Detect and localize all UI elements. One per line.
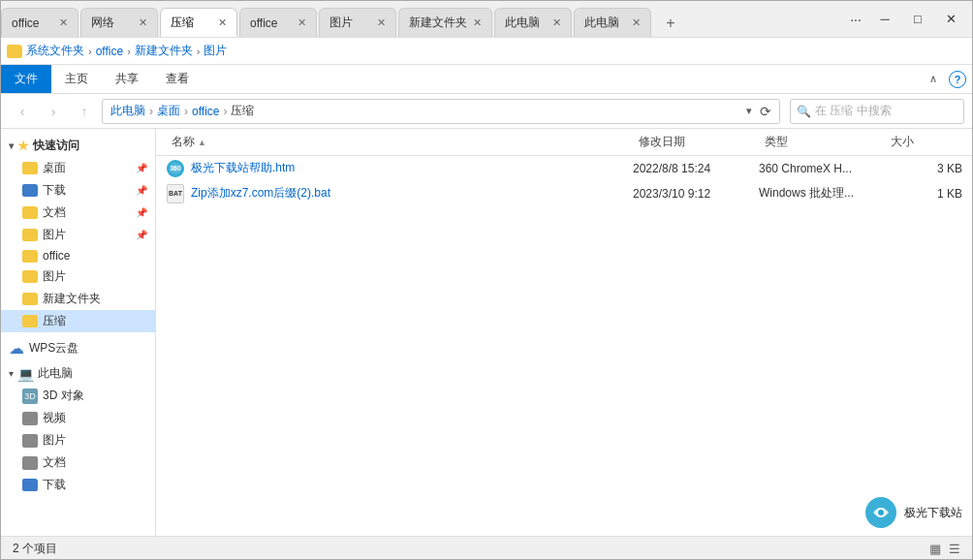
- refresh-button[interactable]: ⟳: [760, 104, 771, 119]
- tab-tab5[interactable]: 图片✕: [319, 8, 396, 37]
- sidebar-item-3d[interactable]: 3D 3D 对象: [1, 385, 155, 407]
- col-header-size[interactable]: 大小: [885, 129, 962, 155]
- tab-tab2[interactable]: 网络✕: [80, 8, 158, 37]
- folder-icon: [22, 479, 38, 491]
- more-button[interactable]: ···: [842, 8, 869, 31]
- up-button[interactable]: ↑: [71, 98, 98, 125]
- tab-label: 网络: [91, 15, 114, 31]
- sidebar-item-newfolder[interactable]: 新建文件夹: [1, 288, 155, 310]
- file-name: Zip添加xz7.com后缀(2).bat: [191, 185, 633, 202]
- sidebar-item-pictures2[interactable]: 图片: [1, 265, 155, 288]
- ribbon: 文件 主页 共享 查看 ∧ ?: [1, 65, 972, 94]
- tab-tab7[interactable]: 此电脑✕: [494, 8, 572, 37]
- tab-tab6[interactable]: 新建文件夹✕: [398, 8, 492, 37]
- tab-close-icon[interactable]: ✕: [473, 16, 482, 29]
- sidebar-label-desktop: 桌面: [43, 160, 66, 176]
- folder-icon: [22, 206, 38, 219]
- table-row[interactable]: BAT Zip添加xz7.com后缀(2).bat 2023/3/10 9:12…: [156, 181, 972, 206]
- close-button[interactable]: ✕: [935, 8, 966, 31]
- file-icon: 360: [166, 160, 185, 177]
- path-current: 压缩: [231, 103, 254, 119]
- sidebar-item-zip[interactable]: 压缩: [1, 310, 155, 332]
- status-bar: 2 个项目 ▦ ☰: [1, 536, 972, 560]
- address-bar[interactable]: 此电脑 › 桌面 › office › 压缩 ▾ ⟳: [102, 99, 780, 124]
- tab-close-icon[interactable]: ✕: [218, 16, 227, 29]
- search-placeholder: 在 压缩 中搜索: [815, 103, 892, 119]
- sidebar-label-office: office: [43, 249, 70, 263]
- col-header-type[interactable]: 类型: [759, 129, 885, 155]
- view-list-icon[interactable]: ☰: [949, 542, 960, 556]
- breadcrumb-images[interactable]: 图片: [204, 43, 227, 59]
- sidebar-item-docs[interactable]: 文档 📌: [1, 202, 155, 224]
- sidebar-item-dl2[interactable]: 下载: [1, 474, 155, 496]
- folder-icon: [22, 184, 38, 197]
- col-header-name[interactable]: 名称 ▲: [166, 129, 633, 155]
- tab-tab3[interactable]: 压缩✕: [160, 8, 237, 37]
- folder-icon: [22, 229, 38, 241]
- breadcrumb-sysfiles[interactable]: 系统文件夹: [26, 43, 84, 59]
- sidebar-label-docs: 文档: [43, 204, 66, 221]
- ribbon-tab-file[interactable]: 文件: [1, 65, 51, 93]
- breadcrumb-office[interactable]: office: [96, 45, 123, 58]
- file-type: 360 ChromeX H...: [759, 162, 885, 175]
- sidebar-item-pictures[interactable]: 图片 📌: [1, 224, 155, 246]
- sidebar-label-downloads: 下载: [43, 182, 66, 199]
- breadcrumb-newfolder[interactable]: 新建文件夹: [135, 43, 193, 59]
- bat-icon: BAT: [167, 184, 184, 203]
- tab-label: office: [12, 16, 39, 30]
- sidebar-item-desktop[interactable]: 桌面 📌: [1, 157, 155, 179]
- minimize-button[interactable]: ─: [869, 8, 900, 31]
- tab-tab8[interactable]: 此电脑✕: [574, 8, 651, 37]
- ribbon-tab-share[interactable]: 共享: [102, 65, 152, 93]
- pin-icon: 📌: [136, 207, 147, 218]
- tab-close-icon[interactable]: ✕: [59, 16, 68, 29]
- sidebar-item-video[interactable]: 视频: [1, 407, 155, 429]
- sidebar-item-office[interactable]: office: [1, 246, 155, 265]
- ribbon-tab-home[interactable]: 主页: [51, 65, 102, 93]
- sidebar-quickaccess-header[interactable]: ▾ ★ 快速访问: [1, 135, 155, 157]
- title-bar: office✕网络✕压缩✕office✕图片✕新建文件夹✕此电脑✕此电脑✕+ ·…: [1, 1, 972, 38]
- address-dropdown-icon[interactable]: ▾: [746, 105, 752, 117]
- folder-icon: [22, 162, 38, 174]
- tabs-container: office✕网络✕压缩✕office✕图片✕新建文件夹✕此电脑✕此电脑✕+: [1, 1, 842, 37]
- sidebar-wps-cloud[interactable]: ☁ WPS云盘: [1, 336, 155, 360]
- sidebar-label-zip: 压缩: [43, 313, 66, 329]
- tab-close-icon[interactable]: ✕: [298, 16, 306, 29]
- path-thispc[interactable]: 此电脑: [110, 103, 145, 119]
- sidebar-item-pics3[interactable]: 图片: [1, 429, 155, 451]
- search-bar[interactable]: 🔍 在 压缩 中搜索: [790, 99, 964, 124]
- 360-icon: 360: [167, 160, 184, 177]
- maximize-button[interactable]: □: [902, 8, 933, 31]
- status-right: ▦ ☰: [929, 542, 960, 556]
- path-office[interactable]: office: [192, 105, 219, 118]
- path-desktop[interactable]: 桌面: [157, 103, 180, 119]
- sidebar-label-pics3: 图片: [43, 432, 66, 449]
- pin-icon: 📌: [136, 185, 147, 196]
- ribbon-help-button[interactable]: ?: [949, 71, 966, 88]
- folder-icon: [22, 250, 38, 263]
- back-button[interactable]: ‹: [9, 98, 36, 125]
- table-row[interactable]: 360 极光下载站帮助.htm 2022/8/8 15:24 360 Chrom…: [156, 156, 972, 181]
- tab-close-icon[interactable]: ✕: [552, 16, 561, 29]
- tab-close-icon[interactable]: ✕: [632, 16, 641, 29]
- file-date: 2023/3/10 9:12: [633, 187, 759, 201]
- sidebar-item-docs2[interactable]: 文档: [1, 451, 155, 474]
- sidebar-label-newfolder: 新建文件夹: [43, 291, 101, 307]
- ribbon-collapse-button[interactable]: ∧: [926, 71, 941, 87]
- thispc-label: 此电脑: [38, 365, 73, 382]
- forward-button[interactable]: ›: [40, 98, 67, 125]
- sidebar-label-3d: 3D 对象: [43, 388, 84, 404]
- col-header-date[interactable]: 修改日期: [633, 129, 759, 155]
- ribbon-tab-view[interactable]: 查看: [152, 65, 203, 93]
- view-grid-icon[interactable]: ▦: [929, 542, 941, 556]
- nav-bar: ‹ › ↑ 此电脑 › 桌面 › office › 压缩 ▾ ⟳ 🔍 在 压缩 …: [1, 94, 972, 129]
- tab-tab1[interactable]: office✕: [1, 8, 78, 37]
- sidebar-thispc-section[interactable]: ▾ 💻 此电脑: [1, 362, 155, 385]
- tab-close-icon[interactable]: ✕: [139, 16, 147, 29]
- sidebar-item-downloads[interactable]: 下载 📌: [1, 179, 155, 202]
- breadcrumb-toolbar: 系统文件夹 › office › 新建文件夹 › 图片: [1, 38, 972, 65]
- tab-tab4[interactable]: office✕: [239, 8, 317, 37]
- new-tab-button[interactable]: +: [657, 10, 684, 37]
- file-date: 2022/8/8 15:24: [633, 162, 759, 175]
- tab-close-icon[interactable]: ✕: [377, 16, 386, 29]
